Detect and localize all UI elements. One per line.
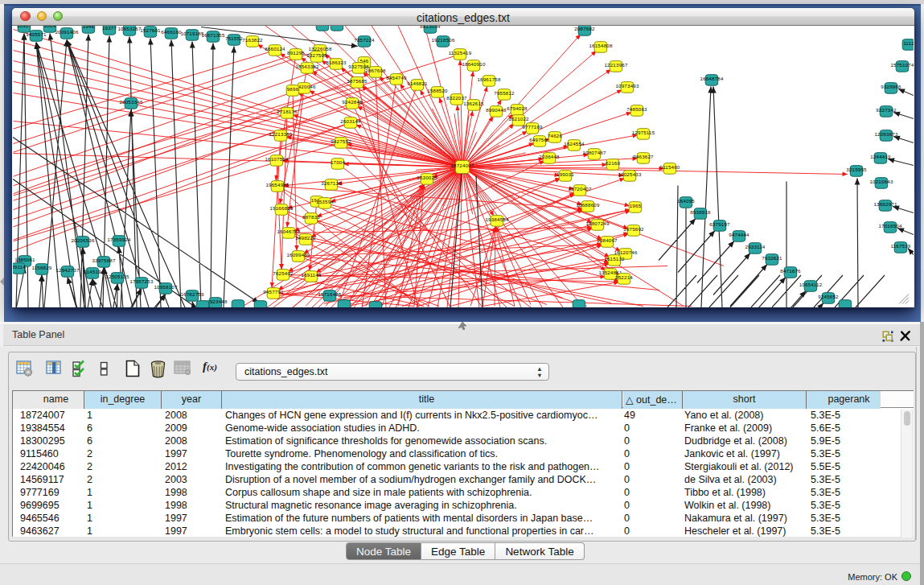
svg-text:6794028: 6794028 — [507, 105, 528, 111]
svg-text:1946: 1946 — [83, 26, 95, 29]
svg-text:3267130: 3267130 — [321, 180, 342, 186]
svg-text:9242848: 9242848 — [342, 99, 363, 105]
svg-text:16099489: 16099489 — [286, 252, 310, 257]
svg-text:2036448: 2036448 — [539, 154, 560, 159]
svg-text:12093873: 12093873 — [874, 131, 897, 137]
svg-text:17016504: 17016504 — [878, 223, 901, 229]
svg-text:6466160: 6466160 — [161, 29, 182, 35]
svg-text:2867608: 2867608 — [365, 68, 386, 73]
svg-text:751552: 751552 — [225, 35, 243, 41]
svg-text:1615132: 1615132 — [604, 256, 625, 262]
svg-text:114519: 114519 — [84, 269, 101, 274]
svg-text:74626: 74626 — [548, 133, 563, 138]
svg-text:16107554: 16107554 — [265, 156, 288, 162]
svg-text:9463627: 9463627 — [633, 154, 654, 159]
svg-text:19218506: 19218506 — [431, 37, 454, 43]
svg-text:18937: 18937 — [17, 26, 32, 28]
svg-text:16120746: 16120746 — [614, 249, 637, 255]
svg-text:9084067: 9084067 — [597, 237, 618, 243]
svg-text:8660124: 8660124 — [265, 46, 285, 51]
svg-text:10025433: 10025433 — [618, 171, 641, 177]
svg-text:1385061: 1385061 — [14, 257, 35, 262]
svg-text:2718176: 2718176 — [277, 109, 298, 114]
svg-text:1244419: 1244419 — [870, 154, 891, 159]
svg-text:7632621: 7632621 — [762, 255, 782, 261]
svg-text:1362615: 1362615 — [463, 101, 484, 106]
svg-text:8813054: 8813054 — [420, 26, 441, 29]
svg-text:12975115: 12975115 — [632, 130, 655, 135]
svg-text:8938918: 8938918 — [690, 209, 711, 215]
svg-text:16961758: 16961758 — [477, 76, 500, 82]
svg-text:8454749: 8454749 — [386, 75, 407, 80]
svg-text:199031: 199031 — [556, 171, 574, 177]
svg-text:12505135: 12505135 — [105, 274, 129, 279]
svg-text:9474444: 9474444 — [729, 232, 749, 237]
svg-text:1691144: 1691144 — [301, 272, 321, 278]
svg-text:1112: 1112 — [903, 40, 914, 46]
svg-text:33975887: 33975887 — [92, 257, 115, 263]
svg-text:3215955: 3215955 — [846, 167, 867, 172]
svg-text:891295: 891295 — [287, 50, 305, 56]
svg-text:16671355: 16671355 — [201, 32, 224, 38]
svg-text:12213967: 12213967 — [604, 62, 627, 68]
svg-text:11325419: 11325419 — [449, 50, 472, 56]
svg-text:18724007: 18724007 — [450, 163, 474, 168]
svg-text:9457791: 9457791 — [263, 289, 284, 295]
svg-text:7955812: 7955812 — [494, 90, 515, 96]
svg-text:7357224: 7357224 — [354, 37, 375, 43]
svg-text:16782759: 16782759 — [180, 291, 203, 297]
svg-text:10807487: 10807487 — [582, 150, 606, 155]
svg-text:153594: 153594 — [316, 199, 334, 204]
svg-text:252214: 252214 — [615, 274, 633, 280]
svg-text:8322037: 8322037 — [446, 95, 467, 101]
svg-text:8990448: 8990448 — [486, 107, 507, 113]
svg-text:16543382: 16543382 — [295, 64, 318, 69]
svg-text:1530028: 1530028 — [417, 175, 437, 180]
svg-text:15716485: 15716485 — [318, 291, 341, 297]
svg-text:7485063: 7485063 — [626, 106, 647, 112]
svg-text:10688609: 10688609 — [576, 202, 599, 208]
svg-text:12213369: 12213369 — [269, 131, 292, 137]
svg-text:3498222: 3498222 — [295, 235, 316, 241]
svg-text:18807249: 18807249 — [585, 220, 609, 226]
svg-text:164095: 164095 — [677, 198, 695, 204]
svg-text:18640910: 18640910 — [462, 61, 485, 67]
svg-text:20091406: 20091406 — [55, 29, 78, 35]
svg-text:1167539: 1167539 — [890, 243, 910, 249]
svg-text:10973493: 10973493 — [615, 83, 639, 89]
svg-text:6379197: 6379197 — [709, 221, 730, 227]
svg-text:1965: 1965 — [630, 203, 642, 208]
svg-text:1405571: 1405571 — [26, 31, 47, 37]
svg-text:13692971: 13692971 — [873, 201, 897, 207]
svg-text:39114: 39114 — [13, 264, 26, 270]
svg-text:9245652: 9245652 — [818, 294, 839, 299]
svg-text:10653267: 10653267 — [117, 26, 141, 31]
svg-text:15720407: 15720407 — [568, 186, 591, 192]
svg-text:3875685: 3875685 — [347, 78, 368, 84]
svg-text:9227342: 9227342 — [876, 107, 897, 113]
svg-text:1588520: 1588520 — [427, 88, 448, 93]
svg-text:62160: 62160 — [606, 160, 621, 166]
svg-text:16648784: 16648784 — [700, 76, 723, 81]
svg-text:1621022: 1621022 — [508, 116, 529, 122]
svg-text:16046788: 16046788 — [277, 229, 300, 234]
svg-text:887833: 887833 — [302, 214, 320, 220]
svg-text:2603144: 2603144 — [340, 118, 361, 124]
svg-text:15751074: 15751074 — [890, 62, 914, 68]
svg-text:12942737: 12942737 — [55, 267, 79, 273]
svg-text:1527601: 1527601 — [140, 27, 161, 33]
svg-text:9115460: 9115460 — [659, 164, 680, 170]
svg-text:7625402: 7625402 — [273, 270, 294, 276]
svg-text:17957253: 17957253 — [129, 278, 153, 284]
svg-text:17359924: 17359924 — [107, 237, 130, 242]
svg-text:8186323: 8186323 — [326, 60, 347, 65]
svg-text:10210643: 10210643 — [869, 179, 893, 184]
svg-text:1156829: 1156829 — [31, 265, 51, 270]
svg-text:10654112: 10654112 — [799, 282, 823, 287]
svg-text:2087682: 2087682 — [574, 26, 595, 31]
svg-text:8471676: 8471676 — [780, 268, 801, 274]
svg-text:9896: 9896 — [287, 86, 299, 92]
svg-text:10958107: 10958107 — [154, 284, 177, 290]
svg-text:1624554: 1624554 — [564, 141, 585, 146]
svg-text:17004: 17004 — [331, 159, 346, 165]
